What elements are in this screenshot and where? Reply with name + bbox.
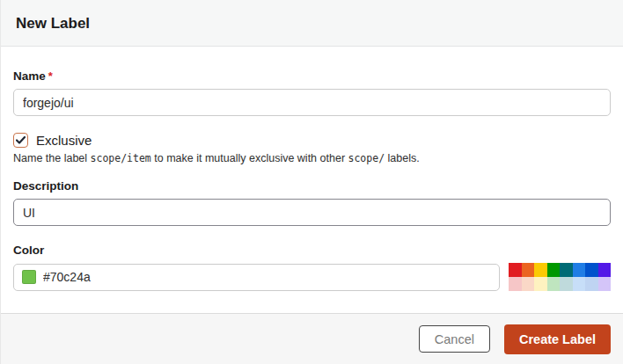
color-preset-swatch[interactable] xyxy=(560,263,573,277)
name-field-group: Name * xyxy=(13,69,611,116)
name-input[interactable] xyxy=(13,89,611,116)
exclusive-label: Exclusive xyxy=(36,133,92,148)
cancel-button[interactable]: Cancel xyxy=(419,325,490,353)
description-input[interactable] xyxy=(13,199,611,226)
help-code-scope-item: scope/item xyxy=(91,152,151,164)
color-swatch xyxy=(22,270,36,284)
new-label-dialog: New Label Name * Exclusive Name the labe… xyxy=(0,0,623,364)
color-label-text: Color xyxy=(13,244,44,257)
description-label: Description xyxy=(13,179,611,193)
exclusive-row: Exclusive xyxy=(13,133,611,148)
dialog-title: New Label xyxy=(16,14,608,33)
help-suffix: labels. xyxy=(385,152,420,164)
help-prefix: Name the label xyxy=(13,152,91,164)
color-preset-swatch[interactable] xyxy=(522,277,535,291)
color-preset-swatch[interactable] xyxy=(509,277,522,291)
color-row xyxy=(13,263,611,291)
checkmark-icon xyxy=(16,136,26,144)
color-preset-swatch[interactable] xyxy=(534,277,547,291)
name-label-text: Name xyxy=(13,69,46,83)
color-label: Color xyxy=(13,244,611,257)
color-preset-swatch[interactable] xyxy=(547,263,561,277)
required-asterisk: * xyxy=(48,69,53,83)
dialog-footer: Cancel Create Label xyxy=(1,313,623,364)
color-preset-swatch[interactable] xyxy=(585,263,598,277)
color-value-input[interactable] xyxy=(43,270,491,284)
color-preset-swatch[interactable] xyxy=(522,263,535,277)
color-preset-swatch[interactable] xyxy=(547,277,561,291)
exclusive-help-text: Name the label scope/item to make it mut… xyxy=(13,152,611,165)
color-input[interactable] xyxy=(13,264,500,291)
color-presets xyxy=(509,263,611,291)
color-field-group: Color xyxy=(13,244,611,291)
color-preset-swatch[interactable] xyxy=(534,263,547,277)
color-preset-swatch[interactable] xyxy=(509,263,522,277)
dialog-header: New Label xyxy=(1,0,623,47)
description-label-text: Description xyxy=(13,179,78,193)
exclusive-checkbox[interactable] xyxy=(13,133,28,148)
color-preset-swatch[interactable] xyxy=(598,277,612,291)
color-preset-swatch[interactable] xyxy=(573,263,586,277)
color-preset-swatch[interactable] xyxy=(585,277,598,291)
name-label: Name * xyxy=(13,69,611,83)
color-preset-swatch[interactable] xyxy=(573,277,586,291)
color-preset-swatch[interactable] xyxy=(598,263,612,277)
dialog-body: Name * Exclusive Name the label scope/it… xyxy=(1,47,623,313)
create-label-button[interactable]: Create Label xyxy=(504,324,611,354)
color-preset-swatch[interactable] xyxy=(560,277,573,291)
help-mid: to make it mutually exclusive with other xyxy=(151,152,348,164)
description-field-group: Description xyxy=(13,179,611,226)
help-code-scope: scope/ xyxy=(348,152,385,164)
